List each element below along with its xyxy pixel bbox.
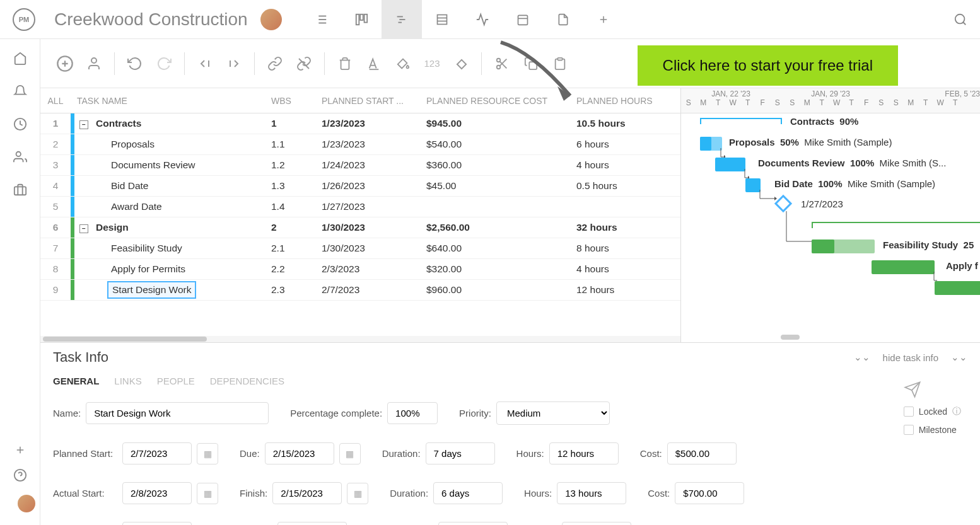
tab-people[interactable]: PEOPLE (157, 376, 195, 386)
numbers-icon[interactable]: 123 (423, 55, 441, 72)
tab-links[interactable]: LINKS (114, 376, 141, 386)
task-name[interactable]: Proposals (107, 137, 158, 152)
task-name[interactable]: Design (92, 220, 132, 235)
hide-task-info[interactable]: hide task info (883, 352, 938, 363)
nav-help-icon[interactable] (13, 468, 27, 482)
milestone-icon[interactable] (452, 55, 470, 72)
nav-notifications-icon[interactable] (13, 84, 27, 98)
nav-time-icon[interactable] (13, 117, 27, 131)
baseline-finish-input[interactable] (277, 522, 347, 525)
col-hours[interactable]: PLANNED HOURS (576, 96, 677, 106)
view-list-icon[interactable] (301, 0, 341, 39)
cost2-input[interactable] (675, 482, 744, 504)
delete-icon[interactable] (336, 55, 354, 72)
collapse-icon[interactable]: − (79, 224, 88, 233)
baseline-duration-input[interactable] (438, 522, 508, 525)
baseline-hours-input[interactable] (562, 522, 631, 525)
hours2-input[interactable] (557, 482, 626, 504)
nav-home-icon[interactable] (13, 52, 27, 66)
col-wbs[interactable]: WBS (271, 96, 322, 106)
tab-general[interactable]: GENERAL (53, 376, 99, 386)
copy-icon[interactable] (522, 55, 540, 72)
nav-people-icon[interactable] (13, 150, 27, 164)
cost-input[interactable] (667, 442, 737, 464)
table-row[interactable]: 4Bid Date1.31/26/2023$45.000.5 hours (40, 176, 680, 197)
view-calendar-icon[interactable] (503, 0, 543, 39)
hours-input[interactable] (549, 442, 619, 464)
milestone-checkbox[interactable]: Milestone (904, 425, 961, 435)
table-row[interactable]: 1−Contracts11/23/2023$945.0010.5 hours (40, 113, 680, 134)
nav-add-icon[interactable] (15, 444, 26, 456)
link-icon[interactable] (266, 55, 284, 72)
actual-start-input[interactable] (122, 482, 192, 504)
locked-checkbox[interactable]: Locked ⓘ (904, 406, 961, 417)
user-avatar[interactable] (18, 495, 35, 512)
fill-icon[interactable] (394, 55, 412, 72)
col-all[interactable]: ALL (40, 96, 71, 106)
add-task-icon[interactable] (56, 55, 74, 72)
collapse-down-icon[interactable]: ⌄⌄ (951, 352, 967, 363)
collapse-down-icon[interactable]: ⌄⌄ (854, 352, 870, 363)
table-row[interactable]: 5Award Date1.41/27/2023 (40, 197, 680, 217)
view-gantt-icon[interactable] (382, 0, 422, 39)
view-board-icon[interactable] (341, 0, 382, 39)
gantt-scrollbar[interactable] (781, 335, 800, 340)
unlink-icon[interactable] (295, 55, 313, 72)
text-style-icon[interactable] (365, 55, 383, 72)
due-input[interactable] (265, 442, 334, 464)
outdent-icon[interactable] (196, 55, 214, 72)
gantt-chart[interactable]: JAN, 22 '23 JAN, 29 '23 FEB, 5 '23 SMTWT… (681, 88, 980, 342)
table-header: ALL TASK NAME WBS PLANNED START ... PLAN… (40, 88, 680, 113)
task-name[interactable]: Award Date (107, 199, 166, 214)
calendar-icon[interactable]: ▦ (347, 483, 368, 504)
baseline-start-input[interactable] (122, 522, 192, 525)
task-name[interactable]: Contracts (92, 116, 145, 131)
table-row[interactable]: 9Start Design Work2.32/7/2023$960.0012 h… (40, 280, 680, 301)
table-scrollbar[interactable] (40, 336, 680, 342)
col-name[interactable]: TASK NAME (71, 96, 271, 106)
task-name[interactable]: Feasibility Study (107, 241, 186, 256)
app-logo[interactable]: PM (13, 8, 35, 31)
nav-briefcase-icon[interactable] (13, 183, 27, 197)
view-activity-icon[interactable] (462, 0, 503, 39)
cut-icon[interactable] (493, 55, 511, 72)
view-sheet-icon[interactable] (422, 0, 462, 39)
collapse-icon[interactable]: − (79, 120, 88, 129)
table-row[interactable]: 7Feasibility Study2.11/30/2023$640.008 h… (40, 238, 680, 259)
task-name[interactable]: Apply for Permits (107, 262, 189, 277)
name-input[interactable] (86, 402, 269, 424)
free-trial-button[interactable]: Click here to start your free trial (638, 45, 898, 86)
send-icon[interactable] (904, 381, 961, 398)
project-avatar[interactable] (260, 9, 282, 30)
search-icon[interactable] (954, 13, 967, 26)
table-row[interactable]: 3Documents Review1.21/24/2023$360.004 ho… (40, 155, 680, 176)
duration2-input[interactable] (433, 482, 503, 504)
gantt-month: JAN, 22 '23 (681, 89, 781, 98)
tab-dependencies[interactable]: DEPENDENCIES (210, 376, 284, 386)
project-title[interactable]: Creekwood Construction (54, 9, 248, 30)
assign-icon[interactable] (85, 55, 103, 72)
table-row[interactable]: 6−Design21/30/2023$2,560.0032 hours (40, 217, 680, 238)
duration-input[interactable] (426, 442, 495, 464)
finish-input[interactable] (272, 482, 342, 504)
table-row[interactable]: 2Proposals1.11/23/2023$540.006 hours (40, 134, 680, 155)
col-start[interactable]: PLANNED START ... (322, 96, 426, 106)
paste-icon[interactable] (551, 55, 569, 72)
view-add-icon[interactable] (583, 0, 624, 39)
calendar-icon[interactable]: ▦ (197, 483, 218, 504)
undo-icon[interactable] (126, 55, 144, 72)
priority-select[interactable]: Medium (496, 401, 610, 425)
indent-icon[interactable] (225, 55, 243, 72)
task-name[interactable]: Documents Review (107, 158, 199, 173)
calendar-icon[interactable]: ▦ (339, 443, 361, 464)
view-file-icon[interactable] (543, 0, 583, 39)
view-tabs (301, 0, 624, 39)
calendar-icon[interactable]: ▦ (197, 443, 218, 464)
task-name[interactable]: Bid Date (107, 178, 152, 193)
table-row[interactable]: 8Apply for Permits2.22/3/2023$320.004 ho… (40, 259, 680, 280)
planned-start-input[interactable] (122, 442, 192, 464)
pct-input[interactable] (387, 402, 438, 424)
task-name[interactable]: Start Design Work (107, 281, 196, 299)
redo-icon[interactable] (155, 55, 173, 72)
col-cost[interactable]: PLANNED RESOURCE COST (426, 96, 576, 106)
